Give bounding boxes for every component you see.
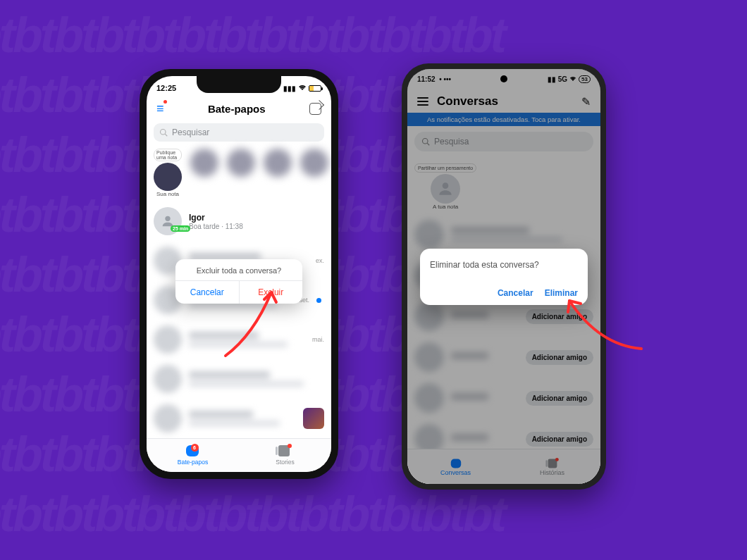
signal-icon: ▮▮▮	[283, 85, 296, 92]
stories-icon	[278, 445, 290, 456]
search-input[interactable]: Pesquisar	[154, 123, 324, 142]
chat-row[interactable]: 25 min Igor Boa tarde · 11:38	[147, 201, 331, 241]
android-screen: 11:52 • ••• ▮▮ 5G 53 Conversas ✎ As noti…	[407, 69, 600, 484]
ios-time: 12:25	[156, 84, 176, 92]
compose-icon[interactable]	[309, 103, 321, 115]
presence-badge: 25 min	[171, 225, 190, 232]
svg-point-2	[165, 216, 170, 221]
search-placeholder: Pesquisar	[172, 127, 209, 137]
chat-row[interactable]	[147, 399, 331, 438]
tab-stories[interactable]: Stories	[239, 439, 331, 472]
chat-subtitle: Boa tarde · 11:38	[189, 223, 324, 230]
page-title: Bate-papos	[208, 103, 266, 115]
cancel-button[interactable]: Cancelar	[175, 281, 240, 304]
ios-notch	[197, 76, 281, 93]
svg-point-0	[161, 130, 166, 135]
menu-icon[interactable]: ≡	[156, 101, 164, 116]
delete-button[interactable]: Excluir	[240, 281, 303, 304]
ios-screen: 12:25 ▮▮▮ ≡ Bate-papos Pesquisar Publiqu…	[147, 76, 331, 472]
dialog-question: Eliminar toda esta conversa?	[430, 260, 578, 270]
search-icon	[159, 128, 168, 137]
chat-row[interactable]	[147, 359, 331, 399]
tab-badge: 6	[191, 444, 199, 452]
battery-icon	[309, 85, 321, 92]
ios-stories-row[interactable]: Publique uma nota Sua nota	[147, 147, 331, 201]
chat-name: Igor	[189, 213, 324, 223]
sheet-question: Excluir toda a conversa?	[175, 259, 302, 280]
story-item[interactable]	[264, 149, 292, 177]
ios-header: ≡ Bate-papos	[147, 100, 331, 120]
own-note[interactable]: Publique uma nota Sua nota	[154, 149, 182, 197]
ios-tabbar: 6 Bate-papos Stories	[147, 438, 331, 472]
ios-status-icons: ▮▮▮	[283, 85, 321, 92]
svg-line-1	[165, 134, 167, 136]
cancel-button[interactable]: Cancelar	[498, 288, 533, 298]
chat-row[interactable]: mai.	[147, 320, 331, 359]
unread-dot	[316, 298, 321, 303]
tab-chats[interactable]: 6 Bate-papos	[147, 439, 239, 472]
story-item[interactable]	[300, 149, 328, 177]
ios-confirm-sheet: Excluir toda a conversa? Cancelar Exclui…	[175, 259, 302, 304]
ios-phone-frame: 12:25 ▮▮▮ ≡ Bate-papos Pesquisar Publiqu…	[140, 69, 338, 479]
wifi-icon	[298, 85, 307, 92]
android-punch-hole	[500, 75, 507, 82]
story-item[interactable]	[227, 149, 255, 177]
story-item[interactable]	[190, 149, 218, 177]
chat-thumbnail	[303, 408, 324, 429]
note-prompt: Publique uma nota	[154, 149, 182, 161]
own-note-label: Sua nota	[156, 191, 179, 197]
android-confirm-dialog: Eliminar toda esta conversa? Cancelar El…	[420, 249, 588, 305]
delete-button[interactable]: Eliminar	[545, 288, 578, 298]
android-phone-frame: 11:52 • ••• ▮▮ 5G 53 Conversas ✎ As noti…	[402, 63, 606, 490]
